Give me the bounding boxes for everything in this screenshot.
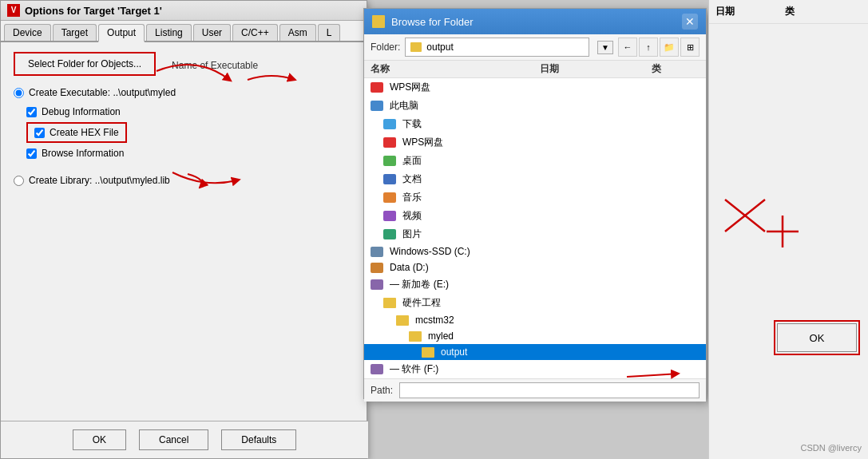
list-item[interactable]: 此电脑 [364,97,706,115]
toolbar-icons: ← ↑ 📁 ⊞ [618,38,700,57]
path-input[interactable] [399,382,700,398]
download-icon [383,119,396,129]
create-library-radio[interactable]: Create Library: ..\output\myled.lib [14,175,354,186]
browse-titlebar: Browse for Folder ✕ [364,9,706,34]
list-item[interactable]: 桌面 [364,152,706,170]
folder-dropdown-icon [410,42,422,52]
list-item[interactable]: 音乐 [364,188,706,207]
folder-icon [383,298,396,308]
browse-title-icon [372,15,385,28]
browse-info-label: Browse Information [42,148,124,159]
browse-filelist[interactable]: WPS网盘 此电脑 下载 WPS网盘 桌面 [364,78,706,378]
tab-asm[interactable]: Asm [279,24,316,41]
disk-f-icon [371,364,383,374]
create-hex-checkbox[interactable] [34,128,45,138]
pic-icon [383,229,396,239]
create-executable-radio-input[interactable] [14,88,24,98]
view-button[interactable]: ⊞ [680,38,700,57]
options-title: Options for Target 'Target 1' [25,5,162,17]
list-item[interactable]: WPS网盘 [364,78,706,97]
wps2-icon [383,137,396,148]
up-button[interactable]: ↑ [639,38,658,57]
tab-listing[interactable]: Listing [146,24,192,41]
debug-info-checkbox[interactable] [26,107,37,117]
folder-icon [409,331,422,342]
tab-device[interactable]: Device [4,24,51,41]
options-footer: OK Cancel Defaults [1,421,368,458]
annotation-cross [717,192,781,239]
list-item[interactable]: 硬件工程 [364,294,706,312]
debug-info-label: Debug Information [42,106,121,117]
folder-dropdown-arrow[interactable]: ▼ [597,41,613,54]
list-item[interactable]: 视频 [364,207,706,225]
output-folder-item[interactable]: output [364,344,706,360]
list-item[interactable]: — 新加卷 (E:) [364,275,706,294]
tab-user[interactable]: User [193,24,231,41]
tab-output[interactable]: Output [98,24,145,42]
browse-info-checkbox[interactable] [26,148,37,159]
list-item[interactable]: 下载 [364,115,706,133]
list-item[interactable]: 文档 [364,170,706,188]
options-content: Select Folder for Objects... Name of Exe… [1,42,367,196]
list-item[interactable]: mcstm32 [364,312,706,328]
browse-close-button[interactable]: ✕ [682,14,698,30]
browse-titlebar-left: Browse for Folder [372,15,474,28]
library-section: Create Library: ..\output\myled.lib [14,175,354,186]
folder-dropdown[interactable]: output [405,38,589,57]
browse-title: Browse for Folder [391,16,474,28]
new-folder-button[interactable]: 📁 [660,38,679,57]
browse-window: Browse for Folder ✕ Folder: output ▼ ← ↑… [363,8,707,399]
col-date: 日期 [540,62,652,76]
create-executable-radio[interactable]: Create Executable: ..\output\myled [14,87,354,98]
right-col-header: 日期 类 [709,0,868,24]
col-name: 名称 [371,62,540,76]
create-hex-outlined: Create HEX File [26,122,127,143]
disk-e-icon [371,279,383,290]
list-item[interactable]: — 软件 (F:) [364,360,706,378]
folder-icon [396,315,409,326]
disk-d-icon [371,263,383,273]
options-titlebar: V Options for Target 'Target 1' [1,1,367,21]
defaults-button-options[interactable]: Defaults [221,429,296,450]
check-group: Debug Information Create HEX File Browse… [14,106,354,159]
browse-toolbar: Folder: output ▼ ← ↑ 📁 ⊞ [364,34,706,61]
options-title-icon: V [7,4,20,17]
create-library-radio-input[interactable] [14,176,24,186]
browse-path-row: Path: [364,378,706,402]
desktop-icon [383,156,396,166]
browse-content-area: WPS网盘 此电脑 下载 WPS网盘 桌面 [364,78,706,402]
video-icon [383,211,396,221]
right-type-col: 类 [785,6,795,17]
computer-icon [371,101,383,111]
debug-info-check[interactable]: Debug Information [14,106,354,117]
ok-btn-annotation-box: OK [774,320,860,355]
cancel-button-options[interactable]: Cancel [139,429,208,450]
list-item[interactable]: myled [364,328,706,344]
options-tabs: Device Target Output Listing User C/C++ … [1,21,367,42]
ok-button-browse[interactable]: OK [777,323,857,352]
browse-info-check[interactable]: Browse Information [14,148,354,159]
list-item[interactable]: 图片 [364,225,706,243]
path-label: Path: [371,385,393,396]
folder-dropdown-value: output [426,42,453,53]
right-panel: 日期 类 OK [708,0,868,459]
back-button[interactable]: ← [618,38,637,57]
output-folder-icon [422,347,434,358]
list-item[interactable]: Windows-SSD (C:) [364,243,706,259]
create-executable-label: Create Executable: ..\output\myled [29,87,176,98]
list-item[interactable]: WPS网盘 [364,133,706,152]
tab-cpp[interactable]: C/C++ [232,24,278,41]
folder-label: Folder: [371,42,400,53]
tab-target[interactable]: Target [53,24,97,41]
disk-c-icon [371,247,383,257]
csdn-watermark: CSDN @livercy [800,443,862,453]
options-window: V Options for Target 'Target 1' Device T… [0,0,367,459]
wps-icon [371,82,383,93]
doc-icon [383,174,396,184]
tab-l[interactable]: L [318,24,341,41]
ok-button-options[interactable]: OK [73,429,126,450]
create-library-label: Create Library: ..\output\myled.lib [29,175,170,186]
list-item[interactable]: Data (D:) [364,259,706,275]
select-folder-button[interactable]: Select Folder for Objects... [14,52,156,76]
create-hex-label: Create HEX File [50,127,119,138]
